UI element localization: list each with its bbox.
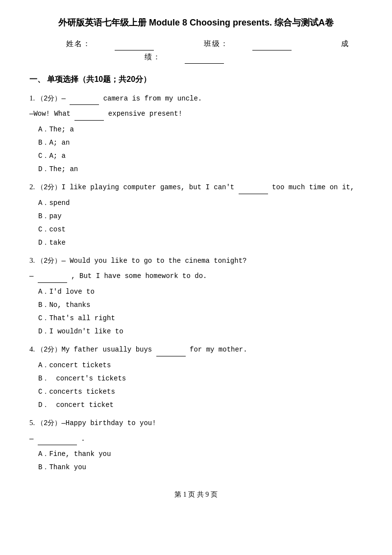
page-title: 外研版英语七年级上册 Module 8 Choosing presents. 综… <box>29 15 363 30</box>
q4-num: 4. <box>29 345 37 353</box>
q2-option-d: D．take <box>38 237 363 249</box>
q4-option-c: C．concerts tickets <box>38 386 363 398</box>
question-4: 4. （2分）My father usually buys for my mot… <box>29 343 363 411</box>
question-5: 5. （2分）—Happy birthday to you! — . A．Fin… <box>29 416 363 474</box>
q3-option-b: B．No, thanks <box>38 299 363 311</box>
q4-option-a: A．concert tickets <box>38 359 363 372</box>
q3-text3: , But I have some homework to do. <box>71 272 207 280</box>
q5-option-b: B．Thank you <box>38 461 363 474</box>
q2-option-a: A．spend <box>38 197 363 209</box>
q3-option-a: A．I'd love to <box>38 286 363 298</box>
q2-option-b: B．pay <box>38 210 363 223</box>
q1-option-d: D．The; an <box>38 163 363 176</box>
q5-dash: — <box>29 435 33 443</box>
q1-text3: expensive present! <box>108 110 182 118</box>
q5-score: （2分）—Happy birthday to you! <box>37 419 156 427</box>
q4-text: for my mother. <box>190 346 247 353</box>
name-field: 姓名： <box>54 40 169 48</box>
q1-option-c: C．A; a <box>38 150 363 162</box>
page-footer: 第 1 页 共 9 页 <box>29 488 363 501</box>
q2-num: 2. <box>29 183 37 191</box>
q4-option-d: D． concert ticket <box>38 399 363 411</box>
q5-period: . <box>81 435 85 443</box>
class-field: 班级： <box>192 40 306 48</box>
q2-blank <box>239 194 268 194</box>
q1-text2: —Wow! What <box>29 110 74 118</box>
q5-blank <box>38 445 77 445</box>
question-1: 1. （2分）— camera is from my uncle. —Wow! … <box>29 92 363 176</box>
q4-score: （2分）My father usually buys <box>37 346 156 353</box>
q3-blank <box>38 282 67 283</box>
info-row: 姓名： 班级： 成绩： <box>29 37 363 64</box>
q4-option-b: B． concert's tickets <box>38 373 363 385</box>
q1-option-a: A．The; a <box>38 124 363 136</box>
q2-score: （2分）I like playing computer games, but I… <box>37 183 239 191</box>
q1-option-b: B．A; an <box>38 137 363 149</box>
q1-blank2 <box>74 120 104 121</box>
q3-option-c: C．That's all right <box>38 312 363 325</box>
q3-score: （2分）— Would you like to go to the cinema… <box>37 257 246 265</box>
q3-option-d: D．I wouldn't like to <box>38 326 363 338</box>
q2-text: too much time on it, <box>272 183 354 191</box>
q1-text1: camera is from my uncle. <box>103 95 202 102</box>
q2-option-c: C．cost <box>38 224 363 236</box>
q1-blank1 <box>70 104 99 105</box>
question-3: 3. （2分）— Would you like to go to the cin… <box>29 254 363 338</box>
question-2: 2. （2分）I like playing computer games, bu… <box>29 180 363 249</box>
q5-option-a: A．Fine, thank you <box>38 448 363 460</box>
q5-num: 5. <box>29 419 37 427</box>
q4-blank <box>156 356 186 356</box>
section1-title: 一、 单项选择（共10题；共20分） <box>29 73 363 87</box>
q3-text2: — <box>29 272 33 280</box>
q1-num: 1. <box>29 94 37 102</box>
q1-score: （2分）— <box>37 95 70 102</box>
q3-num: 3. <box>29 256 37 264</box>
